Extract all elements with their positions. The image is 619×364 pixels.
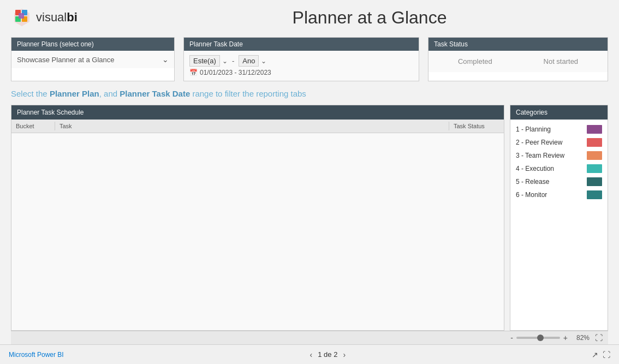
category-label-4: 4 - Execution xyxy=(516,165,582,172)
instruction-prefix: Select the xyxy=(11,89,50,98)
status-completed[interactable]: Completed xyxy=(451,55,499,68)
task-date-body: Este(a) ⌄ - Ano ⌄ 📅 01/01/2023 - 31/12/2… xyxy=(184,51,419,81)
logo-area: visualbi xyxy=(11,7,131,28)
status-not-started[interactable]: Not started xyxy=(537,55,585,68)
powerbi-link[interactable]: Microsoft Power BI xyxy=(9,351,64,359)
planner-plans-filter: Planner Plans (select one) Showcase Plan… xyxy=(11,37,175,81)
category-item-5: 5 - Release xyxy=(516,177,602,186)
task-date-label: Planner Task Date xyxy=(184,38,419,51)
zoom-percent-label: 82% xyxy=(571,334,590,342)
page-current: 1 xyxy=(318,350,322,359)
task-status-label: Task Status xyxy=(428,38,608,51)
category-color-6 xyxy=(587,190,602,199)
th-bucket: Bucket xyxy=(11,122,55,130)
page-title: Planner at a Glance xyxy=(131,8,608,28)
category-label-6: 6 - Monitor xyxy=(516,191,582,199)
category-color-5 xyxy=(587,177,602,186)
logo-text: visualbi xyxy=(36,10,78,25)
category-item-2: 2 - Peer Review xyxy=(516,138,602,147)
category-color-4 xyxy=(587,164,602,173)
period-option-arrow[interactable]: ⌄ xyxy=(222,57,228,65)
schedule-panel: Planner Task Schedule Bucket Task Task S… xyxy=(11,105,504,331)
instruction-text: Select the Planner Plan, and Planner Tas… xyxy=(11,89,608,98)
category-label-3: 3 - Team Review xyxy=(516,152,582,159)
th-task: Task xyxy=(55,122,449,130)
zoom-plus-button[interactable]: + xyxy=(563,333,568,342)
category-color-3 xyxy=(587,151,602,160)
footer: Microsoft Power BI ‹ 1 de 2 › ↗ ⛶ xyxy=(0,344,619,364)
panels-row: Planner Task Schedule Bucket Task Task S… xyxy=(11,105,608,331)
date-top-row: Este(a) ⌄ - Ano ⌄ xyxy=(189,55,413,67)
period-unit-group[interactable]: Ano ⌄ xyxy=(239,55,266,67)
schedule-table-body xyxy=(11,133,504,330)
fullscreen-icon[interactable]: ⛶ xyxy=(603,350,610,359)
footer-right: ↗ ⛶ xyxy=(592,350,610,359)
category-label-2: 2 - Peer Review xyxy=(516,139,582,146)
period-option-group[interactable]: Este(a) ⌄ xyxy=(189,55,228,67)
plans-dropdown-arrow[interactable]: ⌄ xyxy=(162,55,169,64)
task-status-filter: Task Status Completed Not started xyxy=(428,37,608,81)
category-item-3: 3 - Team Review xyxy=(516,151,602,160)
category-item-4: 4 - Execution xyxy=(516,164,602,173)
date-range-text: 01/01/2023 - 31/12/2023 xyxy=(200,69,271,76)
period-unit-arrow[interactable]: ⌄ xyxy=(261,57,266,65)
date-range-row: 📅 01/01/2023 - 31/12/2023 xyxy=(189,69,271,76)
category-color-1 xyxy=(587,125,602,134)
schedule-panel-header: Planner Task Schedule xyxy=(11,105,504,120)
plans-selected-value: Showcase Planner at a Glance xyxy=(17,56,115,64)
nav-next-button[interactable]: › xyxy=(343,350,346,359)
period-unit-text: Ano xyxy=(239,55,259,67)
zoom-bar: - + 82% ⛶ xyxy=(11,331,608,344)
categories-panel: Categories 1 - Planning2 - Peer Review3 … xyxy=(510,105,608,331)
categories-panel-header: Categories xyxy=(510,105,608,120)
instruction-date-label: Planner Task Date xyxy=(120,89,190,98)
calendar-icon: 📅 xyxy=(189,69,198,76)
categories-body: 1 - Planning2 - Peer Review3 - Team Revi… xyxy=(510,120,608,205)
th-status: Task Status xyxy=(449,122,504,130)
instruction-suffix: range to filter the reporting tabs xyxy=(190,89,306,98)
page-de: de xyxy=(324,350,331,359)
instruction-plan-label: Planner Plan xyxy=(50,89,99,98)
filter-row: Planner Plans (select one) Showcase Plan… xyxy=(11,37,608,81)
logo-icon xyxy=(11,7,33,28)
category-item-6: 6 - Monitor xyxy=(516,190,602,199)
zoom-expand-icon[interactable]: ⛶ xyxy=(595,333,603,342)
page-indicator: 1 de 2 xyxy=(318,350,337,359)
header-row: visualbi Planner at a Glance xyxy=(11,7,608,28)
category-label-5: 5 - Release xyxy=(516,178,582,186)
zoom-slider-thumb xyxy=(537,335,544,341)
schedule-table-header: Bucket Task Task Status xyxy=(11,120,504,133)
page-total: 2 xyxy=(334,350,337,359)
planner-plans-label: Planner Plans (select one) xyxy=(11,38,174,51)
category-color-2 xyxy=(587,138,602,147)
zoom-slider[interactable] xyxy=(516,337,560,339)
footer-nav: ‹ 1 de 2 › xyxy=(310,350,346,359)
instruction-middle: , and xyxy=(99,89,120,98)
planner-task-date-filter: Planner Task Date Este(a) ⌄ - Ano ⌄ 📅 01… xyxy=(183,37,419,81)
svg-rect-5 xyxy=(19,13,24,19)
date-separator: - xyxy=(232,57,234,65)
task-status-body: Completed Not started xyxy=(428,51,608,72)
category-item-1: 1 - Planning xyxy=(516,125,602,134)
share-icon[interactable]: ↗ xyxy=(592,350,598,359)
period-option-text: Este(a) xyxy=(189,55,220,67)
nav-prev-button[interactable]: ‹ xyxy=(310,350,313,359)
zoom-minus-button[interactable]: - xyxy=(510,333,513,342)
planner-plans-body[interactable]: Showcase Planner at a Glance ⌄ xyxy=(11,51,174,68)
category-label-1: 1 - Planning xyxy=(516,126,582,133)
